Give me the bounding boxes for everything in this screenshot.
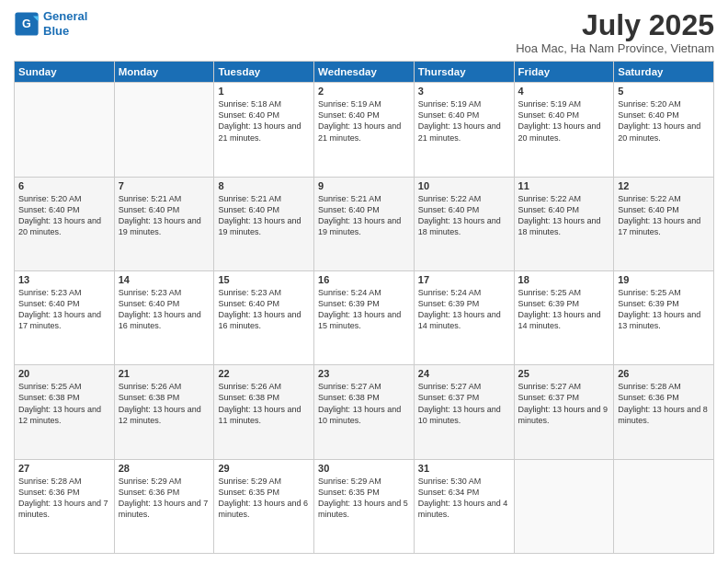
day-info: Sunrise: 5:28 AM Sunset: 6:36 PM Dayligh…	[618, 381, 710, 426]
day-number: 31	[418, 463, 510, 474]
main-title: July 2025	[516, 9, 714, 41]
day-info: Sunrise: 5:27 AM Sunset: 6:38 PM Dayligh…	[318, 381, 410, 426]
page: G General Blue July 2025 Hoa Mac, Ha Nam…	[0, 0, 728, 563]
logo-general: General	[43, 9, 87, 23]
svg-text:G: G	[22, 17, 31, 30]
day-number: 18	[518, 274, 610, 285]
calendar-cell: 25Sunrise: 5:27 AM Sunset: 6:37 PM Dayli…	[514, 365, 614, 459]
day-number: 8	[218, 180, 310, 191]
calendar-cell: 20Sunrise: 5:25 AM Sunset: 6:38 PM Dayli…	[15, 365, 115, 459]
day-header-thursday: Thursday	[414, 62, 514, 83]
day-number: 6	[18, 180, 110, 191]
calendar-cell: 30Sunrise: 5:29 AM Sunset: 6:35 PM Dayli…	[314, 459, 415, 553]
day-number: 21	[119, 368, 210, 379]
calendar-cell: 14Sunrise: 5:23 AM Sunset: 6:40 PM Dayli…	[114, 270, 214, 364]
calendar-cell: 31Sunrise: 5:30 AM Sunset: 6:34 PM Dayli…	[414, 459, 514, 553]
day-info: Sunrise: 5:21 AM Sunset: 6:40 PM Dayligh…	[119, 193, 210, 238]
calendar-cell	[514, 459, 614, 553]
day-number: 4	[518, 86, 610, 97]
week-row-2: 6Sunrise: 5:20 AM Sunset: 6:40 PM Daylig…	[15, 177, 714, 270]
day-header-saturday: Saturday	[614, 62, 714, 83]
day-info: Sunrise: 5:25 AM Sunset: 6:38 PM Dayligh…	[18, 381, 110, 426]
day-number: 25	[518, 368, 610, 379]
calendar-cell: 8Sunrise: 5:21 AM Sunset: 6:40 PM Daylig…	[214, 177, 314, 270]
day-number: 1	[218, 86, 310, 97]
day-info: Sunrise: 5:27 AM Sunset: 6:37 PM Dayligh…	[518, 381, 610, 426]
day-info: Sunrise: 5:28 AM Sunset: 6:36 PM Dayligh…	[18, 476, 110, 521]
day-info: Sunrise: 5:22 AM Sunset: 6:40 PM Dayligh…	[418, 193, 510, 238]
day-info: Sunrise: 5:18 AM Sunset: 6:40 PM Dayligh…	[218, 98, 310, 144]
day-header-sunday: Sunday	[15, 62, 115, 83]
calendar-cell: 10Sunrise: 5:22 AM Sunset: 6:40 PM Dayli…	[414, 177, 514, 270]
calendar-cell: 22Sunrise: 5:26 AM Sunset: 6:38 PM Dayli…	[214, 365, 314, 459]
title-block: July 2025 Hoa Mac, Ha Nam Province, Viet…	[516, 9, 714, 55]
logo-text: General Blue	[43, 9, 87, 38]
day-number: 20	[18, 368, 110, 379]
day-info: Sunrise: 5:22 AM Sunset: 6:40 PM Dayligh…	[618, 193, 710, 238]
subtitle: Hoa Mac, Ha Nam Province, Vietnam	[516, 41, 714, 55]
day-number: 9	[318, 180, 410, 191]
day-info: Sunrise: 5:23 AM Sunset: 6:40 PM Dayligh…	[18, 287, 110, 332]
day-number: 10	[418, 180, 510, 191]
calendar-table: SundayMondayTuesdayWednesdayThursdayFrid…	[14, 61, 714, 554]
day-info: Sunrise: 5:19 AM Sunset: 6:40 PM Dayligh…	[418, 98, 510, 144]
day-number: 7	[119, 180, 210, 191]
day-number: 22	[218, 368, 310, 379]
day-number: 29	[218, 463, 310, 474]
calendar-cell: 1Sunrise: 5:18 AM Sunset: 6:40 PM Daylig…	[214, 83, 314, 177]
day-number: 16	[318, 274, 410, 285]
calendar-cell: 13Sunrise: 5:23 AM Sunset: 6:40 PM Dayli…	[15, 270, 115, 364]
day-number: 19	[618, 274, 710, 285]
day-info: Sunrise: 5:22 AM Sunset: 6:40 PM Dayligh…	[518, 193, 610, 238]
day-number: 15	[218, 274, 310, 285]
calendar-cell: 4Sunrise: 5:19 AM Sunset: 6:40 PM Daylig…	[514, 83, 614, 177]
day-info: Sunrise: 5:25 AM Sunset: 6:39 PM Dayligh…	[518, 287, 610, 332]
day-info: Sunrise: 5:27 AM Sunset: 6:37 PM Dayligh…	[418, 381, 510, 426]
day-number: 14	[119, 274, 210, 285]
day-info: Sunrise: 5:19 AM Sunset: 6:40 PM Dayligh…	[518, 98, 610, 144]
day-number: 11	[518, 180, 610, 191]
day-header-friday: Friday	[514, 62, 614, 83]
day-number: 2	[318, 86, 410, 97]
calendar-cell: 9Sunrise: 5:21 AM Sunset: 6:40 PM Daylig…	[314, 177, 415, 270]
day-number: 27	[18, 463, 110, 474]
calendar-cell: 3Sunrise: 5:19 AM Sunset: 6:40 PM Daylig…	[414, 83, 514, 177]
day-number: 12	[618, 180, 710, 191]
calendar-cell: 11Sunrise: 5:22 AM Sunset: 6:40 PM Dayli…	[514, 177, 614, 270]
calendar-cell: 26Sunrise: 5:28 AM Sunset: 6:36 PM Dayli…	[614, 365, 714, 459]
calendar-cell	[15, 83, 115, 177]
day-header-wednesday: Wednesday	[314, 62, 415, 83]
week-row-1: 1Sunrise: 5:18 AM Sunset: 6:40 PM Daylig…	[15, 83, 714, 177]
week-row-4: 20Sunrise: 5:25 AM Sunset: 6:38 PM Dayli…	[15, 365, 714, 459]
calendar-cell: 7Sunrise: 5:21 AM Sunset: 6:40 PM Daylig…	[114, 177, 214, 270]
day-number: 13	[18, 274, 110, 285]
day-info: Sunrise: 5:20 AM Sunset: 6:40 PM Dayligh…	[18, 193, 110, 238]
calendar-cell: 15Sunrise: 5:23 AM Sunset: 6:40 PM Dayli…	[214, 270, 314, 364]
day-number: 28	[119, 463, 210, 474]
day-header-monday: Monday	[114, 62, 214, 83]
calendar-cell: 28Sunrise: 5:29 AM Sunset: 6:36 PM Dayli…	[114, 459, 214, 553]
day-info: Sunrise: 5:30 AM Sunset: 6:34 PM Dayligh…	[418, 476, 510, 521]
day-info: Sunrise: 5:20 AM Sunset: 6:40 PM Dayligh…	[618, 98, 710, 144]
calendar-cell: 24Sunrise: 5:27 AM Sunset: 6:37 PM Dayli…	[414, 365, 514, 459]
day-number: 3	[418, 86, 510, 97]
day-info: Sunrise: 5:29 AM Sunset: 6:36 PM Dayligh…	[119, 476, 210, 521]
logo-icon: G	[14, 11, 40, 37]
day-info: Sunrise: 5:23 AM Sunset: 6:40 PM Dayligh…	[218, 287, 310, 332]
logo: G General Blue	[14, 9, 87, 38]
calendar-cell: 6Sunrise: 5:20 AM Sunset: 6:40 PM Daylig…	[15, 177, 115, 270]
calendar-header-row: SundayMondayTuesdayWednesdayThursdayFrid…	[15, 62, 714, 83]
day-number: 26	[618, 368, 710, 379]
day-info: Sunrise: 5:29 AM Sunset: 6:35 PM Dayligh…	[318, 476, 410, 521]
calendar-cell: 27Sunrise: 5:28 AM Sunset: 6:36 PM Dayli…	[15, 459, 115, 553]
day-info: Sunrise: 5:26 AM Sunset: 6:38 PM Dayligh…	[218, 381, 310, 426]
week-row-5: 27Sunrise: 5:28 AM Sunset: 6:36 PM Dayli…	[15, 459, 714, 553]
calendar-cell: 5Sunrise: 5:20 AM Sunset: 6:40 PM Daylig…	[614, 83, 714, 177]
calendar-cell: 21Sunrise: 5:26 AM Sunset: 6:38 PM Dayli…	[114, 365, 214, 459]
day-info: Sunrise: 5:19 AM Sunset: 6:40 PM Dayligh…	[318, 98, 410, 144]
day-info: Sunrise: 5:21 AM Sunset: 6:40 PM Dayligh…	[218, 193, 310, 238]
calendar-cell: 12Sunrise: 5:22 AM Sunset: 6:40 PM Dayli…	[614, 177, 714, 270]
day-number: 23	[318, 368, 410, 379]
day-info: Sunrise: 5:23 AM Sunset: 6:40 PM Dayligh…	[119, 287, 210, 332]
calendar-cell: 2Sunrise: 5:19 AM Sunset: 6:40 PM Daylig…	[314, 83, 415, 177]
